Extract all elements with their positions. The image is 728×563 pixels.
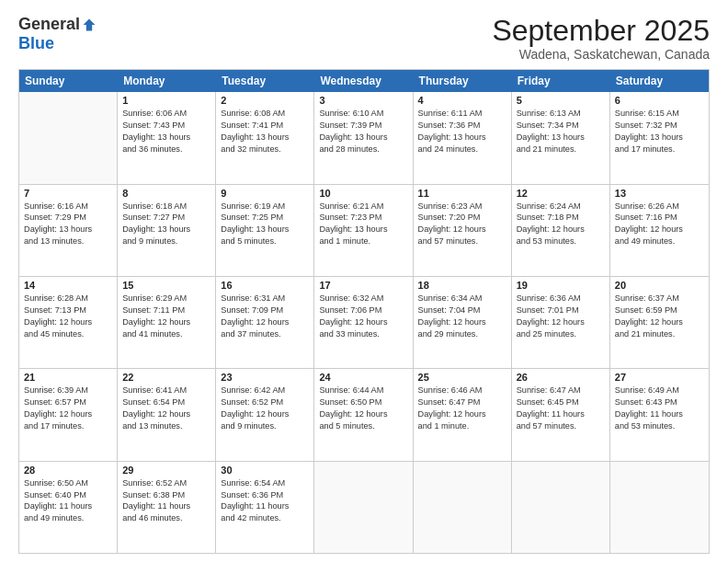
calendar-cell: 12Sunrise: 6:24 AMSunset: 7:18 PMDayligh… (512, 185, 610, 276)
calendar-row-3: 14Sunrise: 6:28 AMSunset: 7:13 PMDayligh… (19, 277, 709, 369)
calendar-cell: 7Sunrise: 6:16 AMSunset: 7:29 PMDaylight… (19, 185, 118, 276)
day-number: 25 (418, 372, 506, 383)
calendar-cell: 6Sunrise: 6:15 AMSunset: 7:32 PMDaylight… (610, 92, 709, 183)
calendar-row-4: 21Sunrise: 6:39 AMSunset: 6:57 PMDayligh… (19, 369, 709, 461)
cell-info-line: Sunset: 7:39 PM (319, 120, 407, 132)
cell-info-line: Sunset: 6:45 PM (517, 396, 605, 408)
calendar-cell: 27Sunrise: 6:49 AMSunset: 6:43 PMDayligh… (610, 369, 709, 460)
calendar-cell: 24Sunrise: 6:44 AMSunset: 6:50 PMDayligh… (314, 369, 413, 460)
cell-info-line: Sunset: 7:09 PM (221, 304, 309, 316)
calendar-cell: 25Sunrise: 6:46 AMSunset: 6:47 PMDayligh… (414, 369, 512, 460)
cell-info-line: Sunrise: 6:19 AM (221, 201, 309, 213)
svg-marker-0 (84, 18, 96, 30)
cell-info-line: Daylight: 12 hours (517, 316, 605, 328)
cell-info-line: and 49 minutes. (615, 236, 704, 247)
cell-info-line: Sunset: 7:34 PM (517, 120, 605, 132)
day-number: 15 (122, 280, 210, 291)
cell-info-line: Sunset: 7:23 PM (319, 212, 407, 224)
cell-info-line: Daylight: 12 hours (319, 408, 407, 420)
cell-info-line: and 29 minutes. (418, 328, 506, 340)
calendar-cell: 15Sunrise: 6:29 AMSunset: 7:11 PMDayligh… (118, 277, 216, 368)
day-number: 29 (122, 465, 210, 476)
cell-info-line: Daylight: 11 hours (24, 500, 112, 512)
cell-info-line: Sunrise: 6:29 AM (122, 293, 210, 304)
cell-info-line: Sunset: 7:16 PM (615, 212, 704, 224)
header-day-tuesday: Tuesday (216, 70, 314, 92)
cell-info-line: Sunrise: 6:06 AM (122, 108, 210, 120)
calendar-cell (19, 92, 118, 183)
calendar-cell: 30Sunrise: 6:54 AMSunset: 6:36 PMDayligh… (216, 462, 314, 553)
cell-info-line: Sunrise: 6:39 AM (24, 385, 112, 396)
calendar-cell (414, 462, 512, 553)
calendar-cell: 9Sunrise: 6:19 AMSunset: 7:25 PMDaylight… (216, 185, 314, 276)
cell-info-line: Sunset: 6:38 PM (122, 489, 210, 501)
cell-info-line: Sunset: 7:27 PM (122, 212, 210, 224)
cell-info-line: Daylight: 12 hours (122, 316, 210, 328)
day-number: 6 (615, 95, 704, 106)
day-number: 4 (418, 95, 506, 106)
header-day-friday: Friday (512, 70, 610, 92)
logo-blue: Blue (18, 34, 54, 53)
cell-info-line: Sunrise: 6:54 AM (221, 477, 309, 489)
cell-info-line: Sunrise: 6:26 AM (615, 201, 704, 213)
cell-info-line: Sunset: 6:50 PM (319, 396, 407, 408)
month-title: September 2025 (492, 15, 710, 47)
cell-info-line: and 32 minutes. (221, 144, 309, 155)
cell-info-line: and 49 minutes. (24, 512, 112, 524)
cell-info-line: Sunset: 7:11 PM (122, 304, 210, 316)
cell-info-line: Sunrise: 6:52 AM (122, 477, 210, 489)
day-number: 3 (319, 95, 407, 106)
cell-info-line: Sunrise: 6:49 AM (615, 385, 704, 396)
logo-icon (82, 17, 97, 32)
cell-info-line: and 53 minutes. (615, 420, 704, 432)
header-day-monday: Monday (118, 70, 216, 92)
calendar-cell: 1Sunrise: 6:06 AMSunset: 7:43 PMDaylight… (118, 92, 216, 183)
day-number: 17 (319, 280, 407, 291)
calendar-cell (512, 462, 610, 553)
cell-info-line: Sunrise: 6:50 AM (24, 477, 112, 489)
day-number: 7 (24, 188, 112, 199)
day-number: 11 (418, 188, 506, 199)
cell-info-line: Daylight: 13 hours (319, 224, 407, 236)
day-number: 23 (221, 372, 309, 383)
cell-info-line: Daylight: 12 hours (221, 316, 309, 328)
day-number: 9 (221, 188, 309, 199)
cell-info-line: Sunset: 7:32 PM (615, 120, 704, 132)
cell-info-line: and 9 minutes. (221, 420, 309, 432)
cell-info-line: and 45 minutes. (24, 328, 112, 340)
day-number: 18 (418, 280, 506, 291)
header: General Blue September 2025 Wadena, Sask… (18, 15, 710, 62)
cell-info-line: and 24 minutes. (418, 144, 506, 155)
cell-info-line: Sunrise: 6:10 AM (319, 108, 407, 120)
calendar: SundayMondayTuesdayWednesdayThursdayFrid… (18, 69, 710, 554)
day-number: 12 (517, 188, 605, 199)
cell-info-line: Sunset: 6:57 PM (24, 396, 112, 408)
cell-info-line: Sunset: 7:04 PM (418, 304, 506, 316)
cell-info-line: and 57 minutes. (418, 236, 506, 247)
day-number: 20 (615, 280, 704, 291)
cell-info-line: Sunrise: 6:31 AM (221, 293, 309, 304)
day-number: 27 (615, 372, 704, 383)
cell-info-line: Sunrise: 6:42 AM (221, 385, 309, 396)
cell-info-line: Daylight: 13 hours (122, 132, 210, 144)
cell-info-line: Sunrise: 6:36 AM (517, 293, 605, 304)
cell-info-line: Sunrise: 6:47 AM (517, 385, 605, 396)
cell-info-line: Daylight: 11 hours (122, 500, 210, 512)
cell-info-line: and 33 minutes. (319, 328, 407, 340)
cell-info-line: Daylight: 13 hours (517, 132, 605, 144)
cell-info-line: Daylight: 13 hours (24, 224, 112, 236)
cell-info-line: and 13 minutes. (24, 236, 112, 247)
calendar-cell (610, 462, 709, 553)
calendar-cell: 23Sunrise: 6:42 AMSunset: 6:52 PMDayligh… (216, 369, 314, 460)
cell-info-line: Sunrise: 6:37 AM (615, 293, 704, 304)
cell-info-line: and 17 minutes. (24, 420, 112, 432)
cell-info-line: Daylight: 11 hours (221, 500, 309, 512)
cell-info-line: and 57 minutes. (517, 420, 605, 432)
cell-info-line: Sunset: 6:36 PM (221, 489, 309, 501)
cell-info-line: and 41 minutes. (122, 328, 210, 340)
cell-info-line: Daylight: 13 hours (221, 132, 309, 144)
logo-general: General (18, 15, 80, 34)
day-number: 22 (122, 372, 210, 383)
cell-info-line: and 53 minutes. (517, 236, 605, 247)
calendar-cell: 21Sunrise: 6:39 AMSunset: 6:57 PMDayligh… (19, 369, 118, 460)
